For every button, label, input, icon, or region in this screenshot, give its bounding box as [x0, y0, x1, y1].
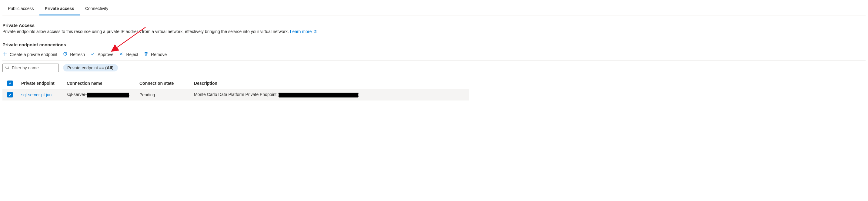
approve-label: Approve [98, 52, 113, 57]
refresh-label: Refresh [70, 52, 85, 57]
tab-connectivity[interactable]: Connectivity [80, 2, 114, 15]
description-prefix: Monte Carlo Data Platform Private Endpoi… [194, 92, 279, 97]
private-access-title: Private Access [2, 23, 866, 28]
filter-pill-prefix: Private endpoint == [67, 65, 105, 70]
learn-more-link[interactable]: Learn more [290, 29, 317, 34]
redacted-description [279, 93, 358, 98]
col-header-endpoint[interactable]: Private endpoint [21, 81, 67, 86]
filter-input-container[interactable] [2, 64, 59, 72]
tab-private[interactable]: Private access [39, 2, 80, 15]
table-header-row: Private endpoint Connection name Connect… [2, 77, 469, 89]
filter-pill-value: (All) [105, 65, 113, 70]
remove-label: Remove [151, 52, 167, 57]
filter-pill[interactable]: Private endpoint == (All) [63, 64, 118, 71]
create-endpoint-button[interactable]: Create a private endpoint [2, 52, 57, 57]
connection-name-prefix: sql-server- [67, 92, 87, 97]
reject-button[interactable]: Reject [119, 52, 138, 57]
x-icon [119, 52, 124, 57]
search-icon [5, 65, 9, 70]
check-icon [90, 52, 95, 57]
create-endpoint-label: Create a private endpoint [10, 52, 57, 57]
svg-point-0 [6, 66, 8, 68]
description-suffix: ) [358, 92, 360, 97]
tab-public[interactable]: Public access [2, 2, 39, 15]
toolbar: Create a private endpoint Refresh Approv… [2, 49, 866, 61]
connection-name-suffix: . [129, 92, 130, 97]
filter-name-input[interactable] [12, 65, 65, 70]
external-link-icon [313, 29, 317, 34]
approve-button[interactable]: Approve [90, 52, 113, 57]
table-row: sql-server-pl-jun... sql-server-. Pendin… [2, 89, 469, 100]
select-all-checkbox[interactable] [7, 80, 13, 86]
col-header-desc[interactable]: Description [194, 81, 469, 86]
col-header-connname[interactable]: Connection name [67, 81, 140, 86]
refresh-button[interactable]: Refresh [63, 52, 85, 57]
learn-more-text: Learn more [290, 29, 312, 34]
remove-button[interactable]: Remove [144, 52, 167, 57]
connection-state-cell: Pending [140, 92, 194, 97]
tabs-bar: Public access Private access Connectivit… [2, 2, 866, 15]
plus-icon [2, 52, 7, 57]
redacted-connection-name [87, 93, 129, 98]
reject-label: Reject [126, 52, 138, 57]
endpoint-link[interactable]: sql-server-pl-jun... [21, 92, 55, 97]
trash-icon [144, 52, 149, 57]
private-access-desc: Private endpoints allow access to this r… [2, 29, 290, 34]
endpoint-connections-title: Private endpoint connections [2, 42, 866, 47]
endpoints-table: Private endpoint Connection name Connect… [2, 77, 469, 100]
description-cell: Monte Carlo Data Platform Private Endpoi… [194, 92, 469, 97]
col-header-state[interactable]: Connection state [140, 81, 194, 86]
connection-name-cell: sql-server-. [67, 92, 140, 97]
row-checkbox[interactable] [7, 92, 13, 98]
refresh-icon [63, 52, 68, 57]
